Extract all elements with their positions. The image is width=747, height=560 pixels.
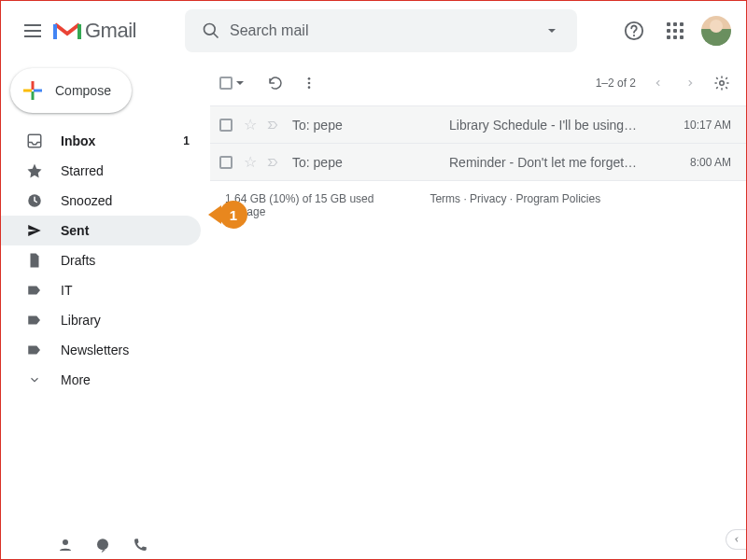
search-button[interactable] [192,12,230,49]
label-icon [25,341,44,359]
search-icon [202,21,220,40]
message-subject-line: Library Schedule - I'll be using… [449,118,672,133]
send-icon [25,221,44,240]
annotation-callout: 1 [208,201,247,229]
sidebar-item-label: IT [61,283,190,298]
message-sender: To: pepe [292,155,449,170]
folder-nav: Inbox 1 Starred Snoozed Sent Drafts I [1,126,210,395]
page-range: 1–2 of 2 [596,77,636,90]
sidebar-item-starred[interactable]: Starred [1,156,201,186]
hamburger-icon [24,24,41,37]
terms-link[interactable]: Terms [430,192,460,205]
gmail-logo[interactable]: Gmail [53,19,136,43]
sidebar-item-library[interactable]: Library [1,305,201,335]
sidebar-item-inbox[interactable]: Inbox 1 [1,126,201,156]
footer-info: 1.64 GB (10%) of 15 GB used Manage Terms… [210,181,746,230]
sidebar-item-drafts[interactable]: Drafts [1,245,201,275]
sidebar-item-label: Snoozed [61,193,190,208]
sidebar-item-label: Drafts [61,253,190,268]
list-toolbar: 1–2 of 2 [210,61,746,105]
app-name-label: Gmail [85,19,136,43]
prev-page-button[interactable] [649,74,668,92]
label-icon [25,281,44,300]
select-all-checkbox[interactable] [219,77,233,90]
search-bar [185,9,577,52]
google-apps-button[interactable] [656,12,694,49]
sidebar-item-label: More [61,372,190,387]
annotation-number: 1 [219,201,247,229]
inbox-icon [25,132,44,150]
more-actions-button[interactable] [300,74,318,92]
contacts-button[interactable] [57,537,74,553]
hangouts-button[interactable] [94,537,111,553]
message-sender: To: pepe [292,118,449,133]
support-button[interactable] [615,12,653,49]
importance-marker[interactable] [266,156,281,169]
main-menu-button[interactable] [14,12,51,49]
svg-point-11 [308,82,311,85]
svg-point-14 [63,539,68,545]
sidebar-item-it[interactable]: IT [1,275,201,305]
refresh-button[interactable] [266,74,285,92]
account-avatar[interactable] [701,16,731,46]
chevron-down-icon [25,371,44,389]
message-row[interactable]: ☆ To: pepe Library Schedule - I'll be us… [210,106,746,144]
svg-point-12 [308,86,311,89]
svg-point-15 [97,539,108,550]
sidebar-item-more[interactable]: More [1,365,201,395]
svg-point-0 [204,24,215,35]
phone-icon [132,537,148,553]
settings-button[interactable] [712,74,731,92]
star-toggle[interactable]: ☆ [244,153,257,171]
sidebar-item-label: Library [61,313,190,328]
chevron-left-icon [654,78,663,88]
select-dropdown[interactable] [236,81,244,85]
sidebar-item-label: Newsletters [61,343,190,357]
importance-marker[interactable] [266,119,281,132]
drafts-icon [25,251,44,270]
sidebar-item-label: Inbox [61,133,183,148]
search-input[interactable] [230,22,532,39]
sidebar-item-label: Sent [61,223,190,238]
sidebar-item-count: 1 [183,134,190,147]
hangouts-icon [94,537,111,553]
label-icon [25,311,44,329]
clock-icon [25,191,44,210]
sidebar-item-sent[interactable]: Sent [1,216,201,245]
gear-icon [713,75,730,91]
message-checkbox[interactable] [219,119,233,132]
sidebar-item-newsletters[interactable]: Newsletters [1,335,201,365]
next-page-button[interactable] [681,74,699,92]
message-row[interactable]: ☆ To: pepe Reminder - Don't let me forge… [210,144,746,181]
chevron-right-icon [685,78,695,88]
sidebar: Compose Inbox 1 Starred Snoozed Sent [1,61,210,533]
search-options-button[interactable] [532,12,570,49]
more-vert-icon [302,76,317,91]
program-policies-link[interactable]: Program Policies [515,192,600,205]
message-subject-line: Reminder - Don't let me forget… [449,155,679,170]
apps-grid-icon [667,22,684,39]
caret-down-icon [548,29,556,33]
sidebar-item-snoozed[interactable]: Snoozed [1,186,201,216]
phone-button[interactable] [132,537,148,553]
app-header: Gmail [1,1,746,61]
privacy-link[interactable]: Privacy [470,192,506,205]
help-icon [624,21,644,41]
person-icon [57,537,74,553]
svg-point-3 [633,35,635,36]
message-checkbox[interactable] [219,156,233,169]
sidebar-item-label: Starred [61,163,190,178]
main-panel: 1–2 of 2 ☆ To: pepe Library Schedule - I… [210,61,746,533]
svg-line-1 [213,34,218,38]
svg-point-13 [720,81,725,86]
message-list: ☆ To: pepe Library Schedule - I'll be us… [210,105,746,181]
svg-point-10 [308,77,311,80]
chevron-left-icon [733,536,740,543]
hangouts-bar [1,531,746,559]
gmail-m-icon [53,21,81,41]
plus-icon [21,79,44,102]
star-toggle[interactable]: ☆ [244,116,257,133]
side-panel-toggle[interactable] [726,529,746,550]
compose-button[interactable]: Compose [10,68,132,113]
message-time: 8:00 AM [690,156,731,169]
